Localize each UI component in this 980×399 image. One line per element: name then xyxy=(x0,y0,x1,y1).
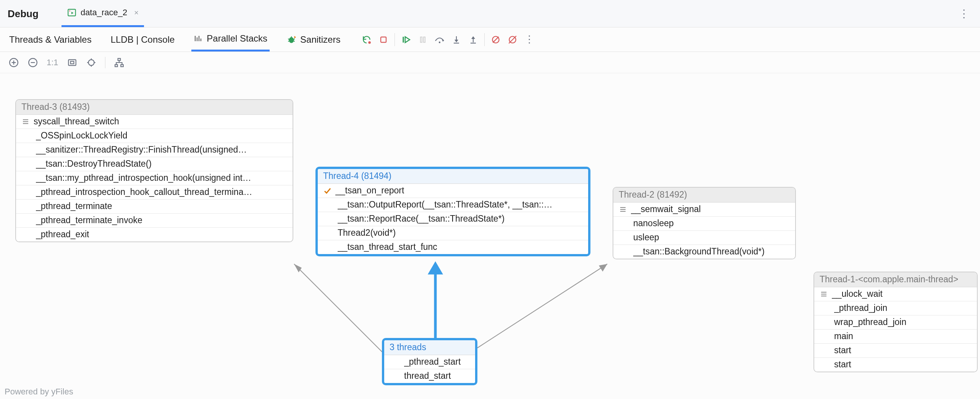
stack-frame-label: nanosleep xyxy=(633,218,674,228)
stack-frame[interactable]: __tsan::DestroyThreadState() xyxy=(16,157,293,171)
subtract-icon[interactable] xyxy=(27,57,38,68)
add-icon[interactable] xyxy=(8,57,19,68)
stack-frame[interactable]: __tsan::my_pthread_introspection_hook(un… xyxy=(16,171,293,185)
stack-frame[interactable]: wrap_pthread_join xyxy=(814,315,977,330)
checkmark-icon xyxy=(323,187,332,195)
stack-frame[interactable]: __sanitizer::ThreadRegistry::FinishThrea… xyxy=(16,143,293,157)
rerun-icon[interactable] xyxy=(361,34,372,45)
svg-line-46 xyxy=(477,264,607,348)
svg-rect-11 xyxy=(403,37,404,42)
stack-frame[interactable]: _pthread_terminate_invoke xyxy=(16,214,293,228)
stack-frame[interactable]: _pthread_start xyxy=(384,355,475,369)
thread-panel-title: Thread-3 (81493) xyxy=(16,100,293,115)
parallel-stacks-canvas[interactable]: Thread-3 (81493) syscall_thread_switch _… xyxy=(0,73,980,399)
stack-frame-label: __tsan::BackgroundThread(void*) xyxy=(633,246,765,257)
stack-frame-label: start xyxy=(834,345,851,356)
stack-frame[interactable]: start xyxy=(814,358,977,372)
stack-frame[interactable]: nanosleep xyxy=(613,217,795,231)
svg-rect-32 xyxy=(68,60,76,65)
svg-marker-45 xyxy=(430,264,441,273)
tab-parallel-stacks[interactable]: Parallel Stacks xyxy=(191,27,270,51)
parallel-stacks-icon xyxy=(194,34,203,43)
stack-frame-label: _pthread_introspection_hook_callout_thre… xyxy=(36,187,252,197)
layout-icon[interactable] xyxy=(114,57,125,68)
run-config-tab[interactable]: data_race_2 × xyxy=(61,0,144,27)
thread-group-3[interactable]: 3 threads _pthread_start thread_start xyxy=(382,338,477,385)
stack-frame[interactable]: __tsan_thread_start_func xyxy=(318,240,588,254)
stack-frame-label: __tsan::OutputReport(__tsan::ThreadState… xyxy=(338,200,553,210)
thread-panel-thread-1[interactable]: Thread-1-<com.apple.main-thread> __ulock… xyxy=(813,272,978,372)
mute-breakpoints-icon[interactable] xyxy=(490,34,501,45)
stack-frame-label: Thread2(void*) xyxy=(338,228,396,238)
thread-panel-title: Thread-2 (81492) xyxy=(613,188,795,203)
tab-lldb-console-label: LLDB | Console xyxy=(111,34,175,45)
stack-frame-label: _pthread_terminate xyxy=(36,201,112,211)
svg-marker-12 xyxy=(405,37,410,42)
title-tab-row: Debug data_race_2 × ⋮ xyxy=(0,0,980,27)
stack-frame[interactable]: main xyxy=(814,330,977,344)
thread-panel-title: 3 threads xyxy=(384,340,475,355)
tab-more-icon[interactable]: ⋮ xyxy=(956,11,972,17)
stack-frame[interactable]: _pthread_join xyxy=(814,301,977,315)
svg-rect-40 xyxy=(115,64,118,66)
fit-11-label[interactable]: 1:1 xyxy=(47,58,58,68)
stack-frame[interactable]: _pthread_terminate xyxy=(16,200,293,214)
stack-frame[interactable]: syscall_thread_switch xyxy=(16,115,293,129)
svg-rect-33 xyxy=(70,61,74,64)
close-icon[interactable]: × xyxy=(134,8,139,17)
thread-panel-title: Thread-1-<com.apple.main-thread> xyxy=(814,272,977,287)
frame-icon xyxy=(21,118,30,125)
stack-frame-label: __semwait_signal xyxy=(631,204,701,214)
stack-frame-label: usleep xyxy=(633,232,659,243)
stack-frame-label: _OSSpinLockLockYield xyxy=(36,130,128,141)
stack-frame[interactable]: __tsan_on_report xyxy=(318,184,588,198)
stack-frame[interactable]: Thread2(void*) xyxy=(318,226,588,240)
tab-sanitizers[interactable]: Sanitizers xyxy=(284,27,343,51)
step-over-icon[interactable] xyxy=(434,34,445,45)
graph-toolbar: 1:1 xyxy=(0,52,980,73)
svg-rect-13 xyxy=(420,37,422,42)
frame-icon xyxy=(820,290,828,298)
tab-parallel-stacks-label: Parallel Stacks xyxy=(207,33,267,44)
disable-breakpoints-icon[interactable] xyxy=(507,34,518,45)
stack-frame[interactable]: __semwait_signal xyxy=(613,203,795,217)
fit-screen-icon[interactable] xyxy=(67,57,78,68)
run-config-icon xyxy=(67,8,77,18)
svg-point-1 xyxy=(69,10,70,11)
thread-panel-thread-4[interactable]: Thread-4 (81494) __tsan_on_report __tsan… xyxy=(315,167,590,256)
tab-lldb-console[interactable]: LLDB | Console xyxy=(108,27,177,51)
stack-frame-label: _pthread_terminate_invoke xyxy=(36,215,142,225)
stack-frame[interactable]: _OSSpinLockLockYield xyxy=(16,129,293,143)
stack-frame-label: __ulock_wait xyxy=(832,289,883,299)
svg-rect-41 xyxy=(121,64,123,66)
svg-rect-39 xyxy=(118,58,120,60)
target-icon[interactable] xyxy=(86,57,97,68)
tab-threads-variables[interactable]: Threads & Variables xyxy=(7,27,94,51)
stop-icon[interactable] xyxy=(378,34,389,45)
stack-frame[interactable]: _pthread_introspection_hook_callout_thre… xyxy=(16,185,293,200)
thread-panel-thread-3[interactable]: Thread-3 (81493) syscall_thread_switch _… xyxy=(15,99,293,242)
svg-line-42 xyxy=(294,264,386,356)
stack-frame[interactable]: usleep xyxy=(613,231,795,245)
svg-marker-43 xyxy=(294,264,302,272)
tab-sanitizers-label: Sanitizers xyxy=(300,34,340,45)
thread-panel-thread-2[interactable]: Thread-2 (81492) __semwait_signal nanosl… xyxy=(613,187,796,259)
stack-frame[interactable]: __tsan::OutputReport(__tsan::ThreadState… xyxy=(318,198,588,212)
debug-label: Debug xyxy=(8,8,39,20)
resume-icon[interactable] xyxy=(400,34,412,45)
stack-frame[interactable]: _pthread_exit xyxy=(16,228,293,241)
thread-panel-title: Thread-4 (81494) xyxy=(318,169,588,184)
stack-frame[interactable]: __tsan::BackgroundThread(void*) xyxy=(613,245,795,259)
svg-point-7 xyxy=(289,37,294,43)
stack-frame-label: start xyxy=(834,359,851,370)
stack-frame[interactable]: __ulock_wait xyxy=(814,287,977,301)
step-out-icon[interactable] xyxy=(467,34,479,45)
stack-frame[interactable]: __tsan::ReportRace(__tsan::ThreadState*) xyxy=(318,212,588,226)
more-icon[interactable]: ⋮ xyxy=(524,34,535,45)
step-into-icon[interactable] xyxy=(451,34,462,45)
stack-frame[interactable]: thread_start xyxy=(384,369,475,383)
stack-frame-label: syscall_thread_switch xyxy=(34,116,119,127)
pause-icon[interactable] xyxy=(417,34,429,45)
stack-frame-label: _pthread_join xyxy=(834,303,887,313)
stack-frame[interactable]: start xyxy=(814,344,977,358)
